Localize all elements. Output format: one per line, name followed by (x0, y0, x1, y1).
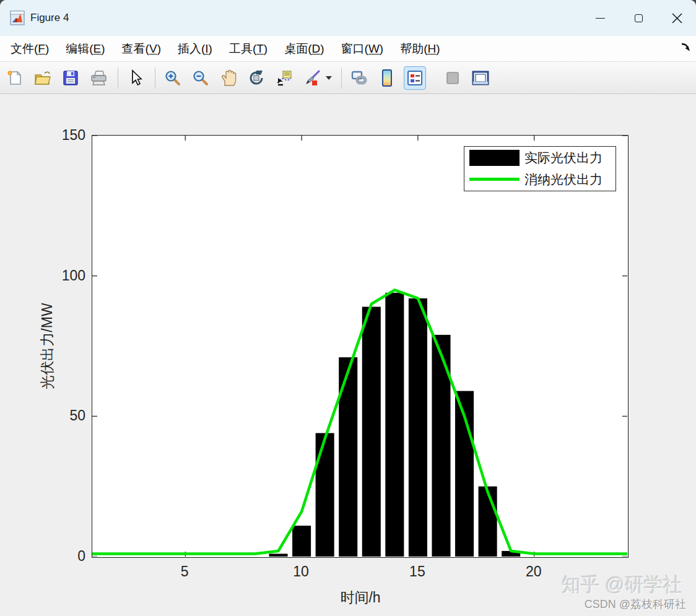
menu-I[interactable]: 插入(I) (173, 38, 217, 59)
menu-H[interactable]: 帮助(H) (396, 38, 444, 59)
watermark-csdn: CSDN @荔枝科研社 (585, 597, 686, 612)
x-tick-20: 20 (512, 563, 555, 580)
title-bar: Figure 4 (0, 0, 696, 36)
data-cursor-icon[interactable] (273, 66, 295, 90)
legend-bar-swatch (469, 150, 520, 166)
y-tick-0: 0 (42, 548, 85, 565)
open-file-icon[interactable] (32, 66, 54, 90)
x-tick-15: 15 (396, 563, 439, 580)
toolbar-separator (118, 67, 118, 89)
close-icon (672, 13, 682, 24)
y-axis-label: 光伏出力/MW (38, 303, 57, 389)
figure-window: Figure 4 文件(F)编辑(E)查看(V)插入(I)工具(T)桌面(D)窗… (0, 0, 696, 616)
legend-row-consumed: 消纳光伏出力 (464, 171, 616, 189)
figure-canvas[interactable]: 0501001505101520 光伏出力/MW 时间/h 实际光伏出力 消纳光… (0, 94, 696, 616)
window-title: Figure 4 (30, 12, 69, 24)
x-tick-10: 10 (279, 563, 323, 580)
matlab-logo-icon (10, 11, 25, 25)
menu-F[interactable]: 文件(F) (6, 38, 53, 59)
edit-plot-arrow-icon[interactable] (124, 66, 147, 90)
y-tick-150: 150 (42, 127, 85, 144)
menu-T[interactable]: 工具(T) (225, 38, 272, 59)
plottools-disabled-icon (442, 66, 464, 90)
menu-V[interactable]: 查看(V) (118, 38, 165, 59)
legend-row-actual: 实际光伏出力 (464, 149, 616, 167)
insert-colorbar-icon[interactable] (376, 66, 398, 90)
new-figure-icon[interactable] (4, 66, 26, 90)
legend-label-consumed: 消纳光伏出力 (524, 171, 602, 188)
insert-legend-icon[interactable] (404, 66, 426, 90)
legend-line-swatch (469, 178, 520, 181)
close-button[interactable] (658, 0, 696, 36)
legend-label-actual: 实际光伏出力 (524, 149, 602, 167)
menu-E[interactable]: 编辑(E) (61, 38, 109, 59)
toolbar (0, 62, 696, 94)
watermark-zhihu: 知乎 @研学社 (562, 572, 682, 598)
y-tick-50: 50 (42, 407, 85, 424)
legend[interactable]: 实际光伏出力 消纳光伏出力 (464, 146, 616, 191)
brush-dropdown-icon[interactable] (324, 66, 333, 90)
menu-W[interactable]: 窗口(W) (337, 38, 388, 59)
x-axis-label: 时间/h (340, 588, 380, 607)
menu-bar: 文件(F)编辑(E)查看(V)插入(I)工具(T)桌面(D)窗口(W)帮助(H) (0, 36, 696, 62)
rotate-3d-icon[interactable] (245, 66, 268, 90)
save-figure-icon[interactable] (59, 66, 82, 90)
zoom-in-icon[interactable] (162, 66, 184, 90)
toolbar-separator (155, 67, 155, 89)
minimize-button[interactable] (581, 0, 619, 36)
pan-hand-icon[interactable] (217, 66, 240, 90)
minimize-icon (596, 18, 605, 19)
brush-data-icon[interactable] (301, 66, 323, 90)
maximize-button[interactable] (619, 0, 658, 36)
dock-arrow-icon[interactable] (680, 41, 691, 53)
plot-area[interactable] (92, 135, 629, 558)
menu-D[interactable]: 桌面(D) (280, 38, 328, 59)
maximize-icon (635, 14, 643, 22)
print-figure-icon[interactable] (87, 66, 110, 90)
y-tick-100: 100 (42, 267, 85, 284)
x-tick-5: 5 (163, 563, 206, 580)
link-plot-icon[interactable] (348, 66, 370, 90)
toolbar-separator (341, 67, 342, 89)
zoom-out-icon[interactable] (189, 66, 212, 90)
dock-figure-icon[interactable] (469, 66, 492, 90)
